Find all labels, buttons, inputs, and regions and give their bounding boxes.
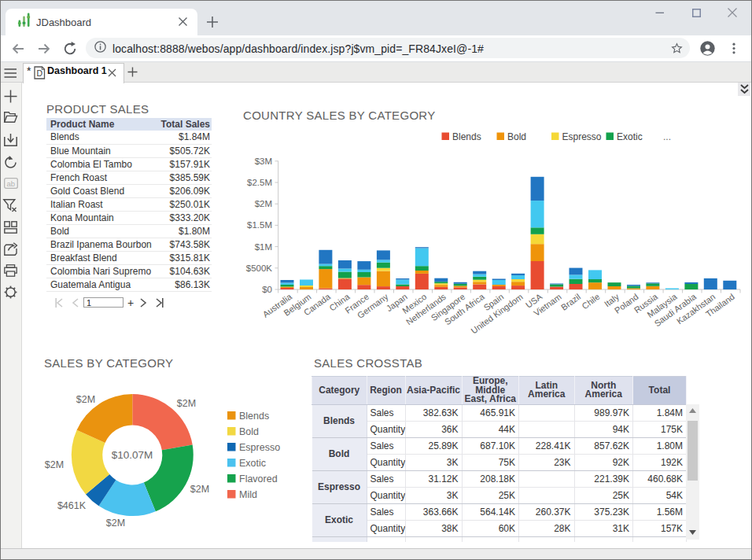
svg-text:Exotic: Exotic [617,131,643,142]
svg-text:$10.07M: $10.07M [112,449,153,461]
svg-text:$2M: $2M [177,398,196,409]
svg-text:$2M: $2M [76,394,95,405]
svg-text:Blends: Blends [452,131,481,142]
svg-text:$2M: $2M [190,484,209,495]
svg-text:Mild: Mild [239,489,257,500]
svg-text:D: D [37,68,43,78]
svg-text:$1M: $1M [255,242,272,252]
svg-text:$461K: $461K [57,500,87,511]
svg-text:Brazil: Brazil [559,292,582,312]
svg-text:Bold: Bold [507,131,526,142]
svg-text:$2M: $2M [45,459,64,470]
svg-text:Espresso: Espresso [562,131,602,142]
svg-text:$0: $0 [262,285,272,294]
svg-text:Chile: Chile [580,292,601,311]
svg-text:$500K: $500K [246,263,273,273]
svg-text:$1.5M: $1.5M [247,220,272,230]
svg-text:Espresso: Espresso [239,442,280,453]
svg-text:$2M: $2M [255,199,272,208]
svg-text:Blends: Blends [239,411,269,422]
svg-text:...: ... [663,131,671,142]
svg-text:Bold: Bold [239,426,259,437]
svg-text:$3M: $3M [255,157,272,166]
svg-text:Exotic: Exotic [239,458,266,469]
svg-text:$2M: $2M [106,518,125,529]
svg-text:Flavored: Flavored [239,473,278,484]
svg-text:$2.5M: $2.5M [247,178,272,187]
